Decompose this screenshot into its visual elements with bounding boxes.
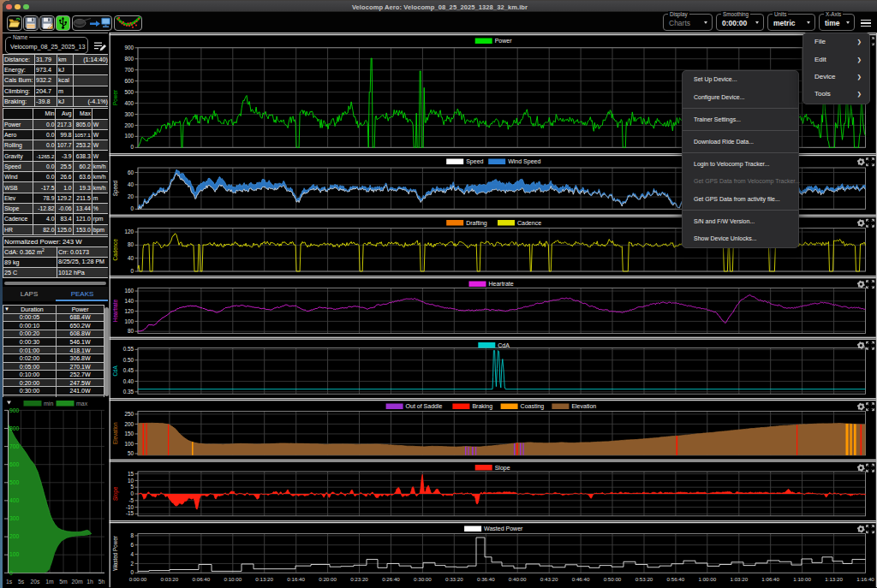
svg-text:-10: -10 xyxy=(126,504,134,510)
svg-text:Wind Speed: Wind Speed xyxy=(508,158,540,165)
svg-text:5m: 5m xyxy=(59,579,68,585)
svg-text:1:00:00: 1:00:00 xyxy=(698,576,716,582)
svg-text:1:13:20: 1:13:20 xyxy=(825,576,843,582)
svg-text:max: max xyxy=(76,401,88,407)
svg-text:1:10:00: 1:10:00 xyxy=(793,576,811,582)
svg-text:5s: 5s xyxy=(18,579,25,585)
svg-text:Coasting: Coasting xyxy=(521,403,545,410)
svg-text:120: 120 xyxy=(124,229,134,235)
svg-text:0:00:00: 0:00:00 xyxy=(129,576,147,582)
svg-text:800: 800 xyxy=(9,425,20,431)
svg-text:0:16:40: 0:16:40 xyxy=(287,576,305,582)
svg-text:0:30:00: 0:30:00 xyxy=(414,576,432,582)
svg-text:1:03:20: 1:03:20 xyxy=(730,576,748,582)
svg-text:0:23:20: 0:23:20 xyxy=(350,576,368,582)
svg-text:0.50: 0.50 xyxy=(123,357,134,363)
svg-text:700: 700 xyxy=(124,67,134,73)
svg-text:Out of Saddle: Out of Saddle xyxy=(406,403,443,409)
svg-text:250: 250 xyxy=(124,411,134,417)
svg-text:5: 5 xyxy=(130,484,134,490)
svg-text:150: 150 xyxy=(124,431,134,437)
svg-text:120: 120 xyxy=(124,308,134,314)
svg-text:Wasted Power: Wasted Power xyxy=(112,536,118,571)
svg-text:0: 0 xyxy=(130,205,134,211)
svg-text:-5: -5 xyxy=(128,497,134,503)
svg-text:1:16:40: 1:16:40 xyxy=(856,576,874,582)
svg-text:Cadence: Cadence xyxy=(112,239,118,261)
svg-text:400: 400 xyxy=(124,100,134,106)
svg-text:900: 900 xyxy=(124,45,134,50)
svg-text:20: 20 xyxy=(128,193,134,199)
svg-text:400: 400 xyxy=(9,497,20,503)
svg-text:CdA: CdA xyxy=(112,365,118,376)
svg-text:20m: 20m xyxy=(71,579,83,585)
svg-text:200: 200 xyxy=(124,122,134,128)
svg-text:Heartrate: Heartrate xyxy=(112,299,118,322)
svg-text:100: 100 xyxy=(124,318,134,324)
svg-text:40: 40 xyxy=(128,181,134,187)
svg-text:Braking: Braking xyxy=(472,403,492,410)
svg-text:0.35: 0.35 xyxy=(123,389,134,395)
svg-text:0: 0 xyxy=(130,569,134,575)
svg-text:0.55: 0.55 xyxy=(123,346,134,352)
svg-text:0:40:00: 0:40:00 xyxy=(509,576,527,582)
svg-text:10: 10 xyxy=(128,478,134,484)
svg-text:Wasted Power: Wasted Power xyxy=(484,526,523,532)
svg-text:15: 15 xyxy=(128,471,134,477)
svg-text:200: 200 xyxy=(9,533,20,539)
svg-text:0: 0 xyxy=(130,490,134,496)
svg-text:0:03:20: 0:03:20 xyxy=(161,576,179,582)
svg-text:700: 700 xyxy=(9,443,20,449)
svg-text:100: 100 xyxy=(9,551,20,557)
svg-text:100: 100 xyxy=(124,133,134,139)
svg-text:300: 300 xyxy=(124,111,134,117)
svg-text:200: 200 xyxy=(124,421,134,427)
svg-text:Speed: Speed xyxy=(466,158,483,165)
svg-text:0: 0 xyxy=(130,268,134,274)
svg-text:100: 100 xyxy=(124,441,134,447)
svg-text:800: 800 xyxy=(124,56,134,62)
svg-text:Slope: Slope xyxy=(112,486,119,501)
svg-text:5h: 5h xyxy=(98,579,105,585)
svg-text:1s: 1s xyxy=(6,579,13,585)
svg-text:4: 4 xyxy=(130,551,134,557)
svg-text:0:10:00: 0:10:00 xyxy=(224,576,242,582)
svg-text:1m: 1m xyxy=(45,579,54,585)
svg-text:160: 160 xyxy=(124,288,134,294)
svg-text:6: 6 xyxy=(130,542,134,548)
svg-text:140: 140 xyxy=(124,298,134,304)
svg-text:min: min xyxy=(44,401,53,407)
svg-text:Power: Power xyxy=(112,90,118,105)
svg-text:40: 40 xyxy=(128,255,134,261)
svg-text:0:36:40: 0:36:40 xyxy=(477,576,495,582)
svg-text:Cadence: Cadence xyxy=(517,220,541,226)
svg-text:300: 300 xyxy=(9,515,20,521)
svg-text:0:13:20: 0:13:20 xyxy=(255,576,273,582)
svg-text:Speed: Speed xyxy=(112,181,119,197)
svg-text:80: 80 xyxy=(128,328,134,334)
svg-text:Slope: Slope xyxy=(495,465,510,472)
svg-text:900: 900 xyxy=(9,407,20,413)
svg-text:Heartrate: Heartrate xyxy=(489,281,514,287)
svg-text:1:06:40: 1:06:40 xyxy=(761,576,779,582)
svg-text:2: 2 xyxy=(130,561,134,567)
svg-text:600: 600 xyxy=(124,78,134,84)
svg-text:CdA: CdA xyxy=(498,342,510,348)
svg-text:0:20:00: 0:20:00 xyxy=(319,576,337,582)
svg-text:0: 0 xyxy=(130,144,134,150)
svg-text:0:56:40: 0:56:40 xyxy=(667,576,685,582)
svg-text:500: 500 xyxy=(9,479,20,485)
svg-text:0.40: 0.40 xyxy=(123,378,134,384)
svg-text:60: 60 xyxy=(128,169,134,175)
svg-text:0:53:20: 0:53:20 xyxy=(635,576,653,582)
svg-text:1h: 1h xyxy=(87,579,93,585)
svg-text:0:43:20: 0:43:20 xyxy=(540,576,558,582)
svg-text:50: 50 xyxy=(128,450,134,456)
svg-text:0:50:00: 0:50:00 xyxy=(604,576,622,582)
svg-text:Power: Power xyxy=(495,38,513,44)
svg-text:-15: -15 xyxy=(126,510,134,516)
svg-text:0:06:40: 0:06:40 xyxy=(193,576,211,582)
svg-text:80: 80 xyxy=(128,241,134,247)
svg-text:0:33:20: 0:33:20 xyxy=(445,576,463,582)
svg-text:Elevation: Elevation xyxy=(571,403,596,409)
